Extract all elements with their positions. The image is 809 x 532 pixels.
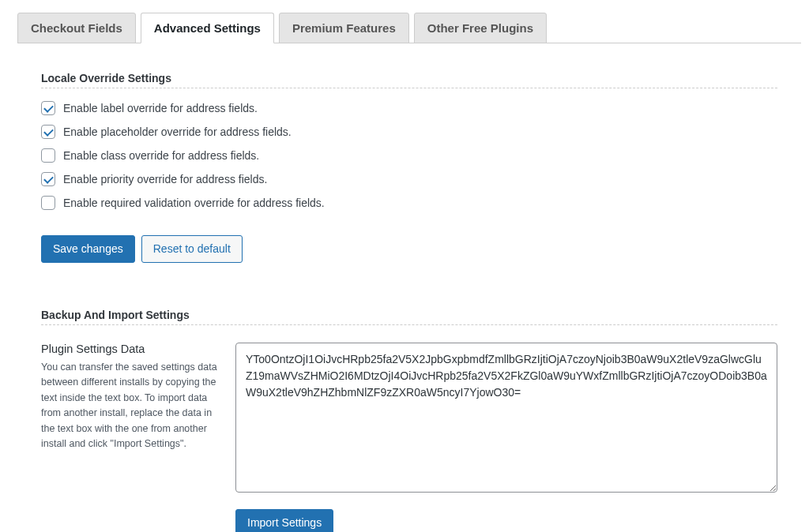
checkbox-placeholder-override[interactable]: [41, 125, 55, 139]
label-placeholder-override[interactable]: Enable placeholder override for address …: [63, 126, 292, 138]
tab-checkout-fields[interactable]: Checkout Fields: [17, 13, 136, 43]
label-required-override[interactable]: Enable required validation override for …: [63, 197, 325, 209]
save-button[interactable]: Save changes: [41, 235, 135, 263]
label-label-override[interactable]: Enable label override for address fields…: [63, 102, 258, 114]
import-settings-button[interactable]: Import Settings: [235, 509, 333, 532]
plugin-data-subheading: Plugin Settings Data: [41, 343, 223, 355]
label-class-override[interactable]: Enable class override for address fields…: [63, 149, 259, 162]
checkbox-class-override[interactable]: [41, 148, 55, 163]
checkbox-required-override[interactable]: [41, 196, 55, 210]
reset-button[interactable]: Reset to default: [141, 235, 243, 263]
tabs-nav: Checkout Fields Advanced Settings Premiu…: [17, 13, 801, 43]
plugin-data-description: You can transfer the saved settings data…: [41, 360, 223, 451]
tab-other-free-plugins[interactable]: Other Free Plugins: [414, 13, 547, 43]
tab-advanced-settings[interactable]: Advanced Settings: [141, 13, 274, 43]
backup-heading: Backup And Import Settings: [41, 309, 777, 325]
plugin-data-textarea[interactable]: [235, 343, 777, 493]
locale-override-heading: Locale Override Settings: [41, 72, 777, 88]
label-priority-override[interactable]: Enable priority override for address fie…: [63, 173, 267, 185]
tab-premium-features[interactable]: Premium Features: [279, 13, 409, 43]
checkbox-label-override[interactable]: [41, 101, 55, 115]
checkbox-priority-override[interactable]: [41, 172, 55, 186]
